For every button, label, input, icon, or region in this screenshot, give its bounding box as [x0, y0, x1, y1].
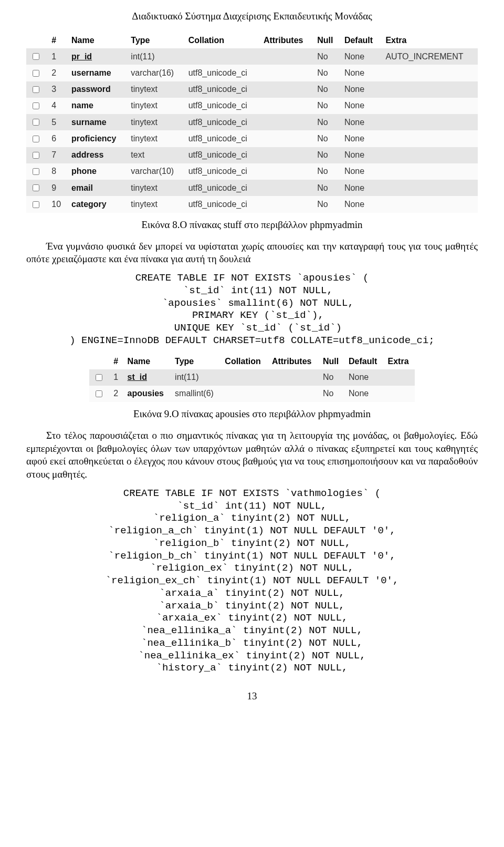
row-type: tinytext: [127, 98, 184, 114]
col-attributes: Attributes: [259, 33, 313, 48]
row-extra: [384, 369, 415, 386]
figure-caption-9: Εικόνα 9.Ο πίνακας apousies στο περιβάλλ…: [26, 408, 478, 420]
row-number: 3: [47, 81, 67, 98]
row-number: 4: [47, 98, 67, 114]
col-collation: Collation: [220, 354, 268, 369]
col-type: Type: [127, 33, 184, 48]
row-column-name: apousies: [123, 386, 171, 402]
col-null: Null: [319, 354, 344, 369]
table-row: 6proficiencytinytextutf8_unicode_ciNoNon…: [26, 130, 478, 147]
row-checkbox-cell: [89, 369, 109, 386]
row-extra: [381, 98, 478, 114]
page-number: 13: [26, 690, 478, 702]
row-extra: [381, 65, 478, 81]
row-number: 2: [47, 65, 67, 81]
row-collation: [184, 48, 259, 65]
row-default: None: [344, 386, 383, 402]
row-default: None: [340, 114, 382, 130]
row-type: text: [127, 147, 184, 163]
row-checkbox[interactable]: [33, 152, 39, 159]
row-checkbox[interactable]: [33, 136, 39, 142]
col-num: #: [47, 33, 67, 48]
row-number: 10: [47, 196, 67, 212]
table-header-row: # Name Type Collation Attributes Null De…: [26, 33, 478, 48]
row-column-name: email: [67, 180, 127, 196]
row-checkbox[interactable]: [33, 70, 39, 77]
row-extra: [381, 81, 478, 98]
row-type: tinytext: [127, 196, 184, 212]
row-default: None: [340, 98, 382, 114]
row-checkbox[interactable]: [33, 53, 39, 60]
page-header-title: Διαδικτυακό Σύστημα Διαχείρισης Εκπαιδευ…: [26, 11, 478, 22]
row-checkbox-cell: [26, 196, 47, 212]
row-number: 1: [109, 369, 123, 386]
row-collation: [220, 386, 268, 402]
row-checkbox[interactable]: [96, 390, 102, 397]
row-null: No: [313, 114, 340, 130]
row-checkbox-cell: [26, 81, 47, 98]
row-collation: utf8_unicode_ci: [184, 65, 259, 81]
row-checkbox-cell: [26, 98, 47, 114]
col-attributes: Attributes: [268, 354, 319, 369]
paragraph-1: Ένα γυμνάσιο φυσικά δεν μπορεί να υφίστα…: [26, 240, 478, 266]
table-row: 2usernamevarchar(16)utf8_unicode_ciNoNon…: [26, 65, 478, 81]
table-row: 9emailtinytextutf8_unicode_ciNoNone: [26, 180, 478, 196]
row-collation: utf8_unicode_ci: [184, 98, 259, 114]
row-column-name: pr_id: [67, 48, 127, 65]
row-number: 2: [109, 386, 123, 402]
row-null: No: [313, 98, 340, 114]
row-checkbox-cell: [26, 163, 47, 180]
row-type: int(11): [127, 48, 184, 65]
table-row: 3passwordtinytextutf8_unicode_ciNoNone: [26, 81, 478, 98]
row-default: None: [340, 81, 382, 98]
col-num: #: [109, 354, 123, 369]
row-type: int(11): [171, 369, 220, 386]
row-null: No: [313, 130, 340, 147]
row-column-name: address: [67, 147, 127, 163]
row-extra: [381, 130, 478, 147]
row-collation: utf8_unicode_ci: [184, 130, 259, 147]
row-attrs: [259, 48, 313, 65]
row-default: None: [340, 180, 382, 196]
row-extra: AUTO_INCREMENT: [381, 48, 478, 65]
table-row: 8phonevarchar(10)utf8_unicode_ciNoNone: [26, 163, 478, 180]
row-checkbox[interactable]: [33, 201, 39, 208]
row-attrs: [268, 369, 319, 386]
row-type: tinytext: [127, 114, 184, 130]
row-column-name: username: [67, 65, 127, 81]
row-checkbox-cell: [26, 147, 47, 163]
table-row: 1pr_idint(11)NoNoneAUTO_INCREMENT: [26, 48, 478, 65]
row-default: None: [340, 65, 382, 81]
row-column-name: st_id: [123, 369, 171, 386]
row-checkbox[interactable]: [33, 102, 39, 109]
row-checkbox[interactable]: [33, 168, 39, 175]
row-collation: utf8_unicode_ci: [184, 147, 259, 163]
row-checkbox-cell: [89, 386, 109, 402]
table-row: 1st_idint(11)NoNone: [89, 369, 415, 386]
col-name: Name: [123, 354, 171, 369]
row-attrs: [259, 114, 313, 130]
row-checkbox[interactable]: [96, 374, 102, 381]
row-extra: [381, 196, 478, 212]
row-attrs: [268, 386, 319, 402]
row-default: None: [340, 163, 382, 180]
row-type: tinytext: [127, 81, 184, 98]
row-null: No: [313, 163, 340, 180]
col-extra: Extra: [384, 354, 415, 369]
row-column-name: category: [67, 196, 127, 212]
row-null: No: [313, 196, 340, 212]
col-default: Default: [340, 33, 382, 48]
row-column-name: proficiency: [67, 130, 127, 147]
row-type: tinytext: [127, 130, 184, 147]
row-type: smallint(6): [171, 386, 220, 402]
row-checkbox[interactable]: [33, 119, 39, 126]
table-row: 5surnametinytextutf8_unicode_ciNoNone: [26, 114, 478, 130]
row-extra: [381, 180, 478, 196]
row-checkbox[interactable]: [33, 184, 39, 191]
col-null: Null: [313, 33, 340, 48]
table-row: 2apousiessmallint(6)NoNone: [89, 386, 415, 402]
row-checkbox[interactable]: [33, 86, 39, 93]
row-default: None: [340, 130, 382, 147]
row-checkbox-cell: [26, 114, 47, 130]
row-number: 6: [47, 130, 67, 147]
